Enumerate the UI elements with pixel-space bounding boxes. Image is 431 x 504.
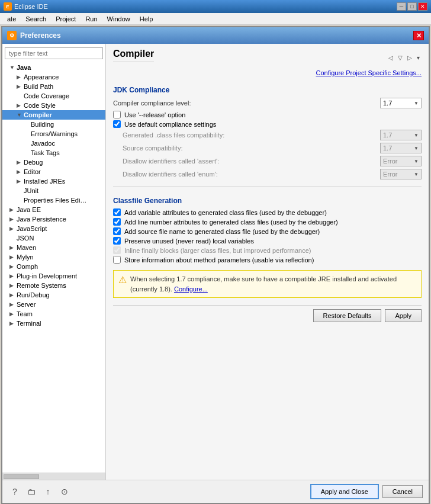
tree-item-mylyn[interactable]: ▶ Mylyn	[2, 252, 105, 262]
tree-item-codecoverage[interactable]: Code Coverage	[2, 91, 105, 101]
tree-item-json[interactable]: JSON	[2, 233, 105, 243]
content-area: ▼ Java ▶ Appearance ▶ Build Path Code Co…	[2, 44, 429, 480]
tree-item-properties-files[interactable]: Properties Files Edi…	[2, 195, 105, 205]
tree-item-debug[interactable]: ▶ Debug	[2, 158, 105, 167]
tree-item-java[interactable]: ▼ Java	[2, 63, 105, 72]
tree-item-appearance[interactable]: ▶ Appearance	[2, 72, 105, 82]
tree-item-junit[interactable]: JUnit	[2, 186, 105, 195]
nav-dropdown-icon[interactable]: ▾	[415, 53, 422, 62]
nav-forward-icon[interactable]: ▷	[406, 53, 414, 62]
tree-label-terminal: Terminal	[17, 320, 41, 327]
tree-item-installed-jres[interactable]: ▶ Installed JREs	[2, 176, 105, 186]
window-controls: ─ □ ✕	[397, 2, 427, 11]
tree-item-plugin-dev[interactable]: ▶ Plug-in Development	[2, 271, 105, 281]
tree-label-plugin-dev: Plug-in Development	[17, 272, 77, 280]
minimize-button[interactable]: ─	[397, 2, 406, 11]
maximize-button[interactable]: □	[407, 2, 417, 11]
expand-icon-mylyn: ▶	[9, 254, 17, 260]
settings-icon[interactable]: ⊙	[58, 485, 71, 498]
right-panel-buttons: Restore Defaults Apply	[113, 305, 422, 322]
tree-item-tasktags[interactable]: Task Tags	[2, 148, 105, 158]
use-default-checkbox[interactable]	[113, 120, 121, 128]
tree-item-run-debug[interactable]: ▶ Run/Debug	[2, 290, 105, 300]
source-compat-row: Source compatibility: 1.7 ▼	[113, 143, 422, 153]
generated-class-value: 1.7	[383, 131, 392, 139]
export-icon[interactable]: ↑	[41, 485, 54, 498]
menu-project[interactable]: Project	[51, 14, 81, 24]
dialog-close-button[interactable]: ✕	[413, 31, 424, 40]
source-compat-value: 1.7	[383, 145, 392, 152]
tree-item-buildpath[interactable]: ▶ Build Path	[2, 82, 105, 91]
generated-class-arrow: ▼	[414, 133, 419, 138]
dialog-icon: ⚙	[7, 31, 17, 40]
expand-icon-json	[9, 235, 17, 241]
menu-bar: ate Search Project Run Window Help	[0, 13, 431, 25]
tree-item-terminal[interactable]: ▶ Terminal	[2, 319, 105, 328]
tree-item-javaee[interactable]: ▶ Java EE	[2, 205, 105, 214]
source-compat-arrow: ▼	[414, 146, 419, 151]
classfile-section-title: Classfile Generation	[113, 197, 422, 205]
tree-item-oomph[interactable]: ▶ Oomph	[2, 262, 105, 271]
menu-run[interactable]: Run	[81, 14, 102, 24]
tree-item-javadoc[interactable]: Javadoc	[2, 139, 105, 148]
tree-item-remote-systems[interactable]: ▶ Remote Systems	[2, 281, 105, 290]
expand-icon-java: ▼	[9, 65, 17, 70]
dialog-bottom-bar: ? 🗀 ↑ ⊙ Apply and Close Cancel	[2, 480, 429, 503]
menu-help[interactable]: Help	[135, 14, 158, 24]
warning-configure-link[interactable]: Configure...	[174, 285, 208, 293]
classfile-label-4: Inline finally blocks (larger class file…	[124, 247, 311, 254]
nav-down-icon[interactable]: ▽	[396, 53, 404, 62]
filter-input[interactable]	[5, 47, 103, 59]
tree-item-building[interactable]: Building	[2, 120, 105, 129]
menu-search[interactable]: Search	[21, 14, 51, 24]
classfile-checkbox-3[interactable]	[113, 237, 121, 245]
tree-item-compiler[interactable]: ▼ Compiler	[2, 110, 105, 120]
classfile-checkbox-1[interactable]	[113, 218, 121, 226]
tree-label-java-persistence: Java Persistence	[17, 216, 66, 223]
tree-item-team[interactable]: ▶ Team	[2, 309, 105, 319]
section-divider	[113, 187, 422, 187]
assert-arrow: ▼	[414, 159, 419, 164]
right-panel: Compiler ◁ ▽ ▷ ▾ Configure Project Speci…	[106, 44, 429, 480]
menu-window[interactable]: Window	[102, 14, 135, 24]
restore-defaults-button[interactable]: Restore Defaults	[313, 309, 382, 322]
tree-item-codestyle[interactable]: ▶ Code Style	[2, 101, 105, 110]
classfile-option-4: Inline finally blocks (larger class file…	[113, 246, 422, 254]
help-icon[interactable]: ?	[8, 485, 21, 498]
folder-icon[interactable]: 🗀	[25, 485, 38, 498]
tree-item-editor[interactable]: ▶ Editor	[2, 167, 105, 176]
tree-item-errorwarnings[interactable]: Errors/Warnings	[2, 129, 105, 139]
close-window-button[interactable]: ✕	[418, 2, 427, 11]
cancel-button[interactable]: Cancel	[382, 485, 423, 498]
expand-icon-maven: ▶	[9, 245, 17, 251]
tree-label-run-debug: Run/Debug	[17, 291, 50, 298]
generated-class-label: Generated .class files compatibility:	[123, 131, 380, 139]
expand-icon-tasktags	[24, 150, 31, 156]
configure-project-link[interactable]: Configure Project Specific Settings...	[113, 69, 422, 76]
classfile-checkbox-5[interactable]	[113, 256, 121, 264]
tree-item-java-persistence[interactable]: ▶ Java Persistence	[2, 214, 105, 224]
use-release-checkbox[interactable]	[113, 111, 121, 118]
nav-back-icon[interactable]: ◁	[387, 53, 395, 62]
compliance-level-label: Compiler compliance level:	[113, 99, 380, 107]
compliance-level-dropdown[interactable]: 1.7 ▼	[380, 98, 422, 108]
classfile-option-5: Store information about method parameter…	[113, 256, 422, 264]
compliance-level-row: Compiler compliance level: 1.7 ▼	[113, 98, 422, 108]
tree-item-maven[interactable]: ▶ Maven	[2, 243, 105, 252]
classfile-checkbox-0[interactable]	[113, 208, 121, 216]
expand-icon-run-debug: ▶	[9, 292, 17, 298]
classfile-option-1: Add line number attributes to generated …	[113, 218, 422, 226]
apply-button[interactable]: Apply	[385, 309, 422, 322]
apply-close-button[interactable]: Apply and Close	[310, 484, 379, 499]
classfile-checkbox-2[interactable]	[113, 227, 121, 235]
horizontal-scrollbar[interactable]	[2, 473, 105, 480]
tree-item-server[interactable]: ▶ Server	[2, 300, 105, 309]
warning-text: When selecting 1.7 compliance, make sure…	[130, 274, 416, 294]
menu-ate[interactable]: ate	[2, 14, 21, 24]
bottom-icons: ? 🗀 ↑ ⊙	[8, 485, 71, 498]
generated-class-dropdown: 1.7 ▼	[380, 130, 422, 140]
assert-row: Disallow identifiers called 'assert': Er…	[113, 156, 422, 166]
tree-item-javascript[interactable]: ▶ JavaScript	[2, 224, 105, 233]
assert-dropdown: Error ▼	[380, 156, 422, 166]
tree-label-server: Server	[17, 301, 36, 308]
